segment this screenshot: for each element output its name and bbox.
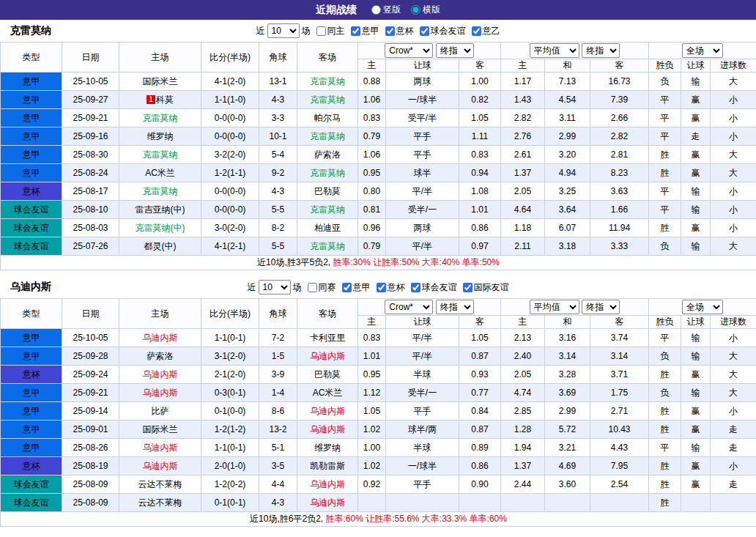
goals-result-cell: 小 (711, 182, 756, 201)
team-name: 乌迪内斯 (310, 351, 345, 361)
scope-header: 全场 (649, 42, 756, 59)
match-row: 球会友谊25-07-26都灵(中)4-1(2-1)5-5克雷莫纳0.79平/半0… (1, 237, 756, 256)
home-team-cell: 克雷莫纳 (119, 109, 201, 127)
result-cell: 胜 (649, 366, 681, 384)
match-type-badge: 球会友谊 (1, 475, 62, 494)
team-name: 克雷莫纳 (310, 204, 345, 215)
avg-odds-draw: 3.16 (545, 329, 590, 347)
home-team-cell: 1科莫 (119, 91, 201, 109)
handicap-line: 平/半 (386, 237, 459, 256)
handicap-result-cell: 赢 (681, 146, 711, 164)
filter-checkbox[interactable] (420, 26, 429, 36)
score-cell: 4-1(2-1) (201, 237, 259, 256)
filter-option[interactable]: 意甲 (342, 281, 371, 294)
filter-option[interactable]: 意乙 (472, 25, 500, 37)
handicap-odds-home: 1.02 (358, 421, 386, 439)
avg-odds-home: 1.17 (501, 73, 545, 91)
score-cell: 0-3(0-1) (201, 384, 259, 402)
goals-result-cell: 小 (711, 329, 756, 347)
filter-checkbox[interactable] (385, 26, 395, 36)
filter-label: 球会友谊 (431, 25, 466, 37)
final-odds-select[interactable]: 终指 (436, 300, 474, 314)
goals-result-cell: 小 (711, 91, 756, 109)
avg-odds-home: 1.28 (501, 421, 545, 439)
col-avg-home: 主 (501, 59, 545, 73)
layout-horizontal-option[interactable]: 横版 (411, 4, 440, 16)
match-date: 25-10-05 (62, 73, 119, 91)
match-date: 25-09-28 (62, 347, 119, 366)
team-name: 乌迪内斯 (143, 461, 178, 471)
handicap-odds-home: 0.81 (358, 201, 386, 219)
filter-option[interactable]: 球会友谊 (420, 25, 466, 37)
filter-checkbox[interactable] (377, 283, 386, 292)
col-avg-away: 客 (590, 59, 649, 73)
filter-checkbox[interactable] (316, 26, 326, 36)
corners-cell: 3-9 (259, 366, 297, 384)
match-type-badge: 意甲 (1, 127, 62, 146)
vertical-layout-radio[interactable] (371, 5, 381, 15)
filter-checkbox[interactable] (308, 283, 317, 292)
horizontal-layout-radio[interactable] (411, 5, 420, 15)
filter-bar: 近 10 场 同赛 意甲 意杯 球会友谊 国际友谊 (248, 280, 509, 295)
corners-cell: 1-5 (259, 347, 297, 366)
average-odds-select[interactable]: 平均值 (530, 43, 579, 58)
handicap-result-cell (681, 494, 711, 512)
filter-option[interactable]: 意杯 (377, 281, 405, 294)
away-team-cell: 巴勒莫 (297, 366, 358, 384)
match-count-select[interactable]: 10 (259, 280, 291, 295)
filter-option[interactable]: 意甲 (351, 25, 379, 37)
corners-cell: 9-2 (259, 164, 297, 182)
filter-option[interactable]: 意杯 (385, 25, 414, 37)
handicap-result-cell: 输 (681, 201, 711, 219)
team-name: 克雷莫纳 (310, 168, 345, 178)
goals-result-cell: 大 (711, 347, 756, 366)
team-name: 乌迪内斯 (143, 333, 178, 343)
layout-vertical-option[interactable]: 竖版 (371, 4, 401, 16)
match-count-select[interactable]: 10 (267, 23, 300, 38)
match-date: 25-09-16 (62, 127, 119, 146)
filter-checkbox[interactable] (463, 283, 472, 292)
score-cell: 3-0(2-0) (201, 219, 259, 237)
handicap-odds-away: 1.01 (459, 201, 501, 219)
col-score: 比分(半场) (201, 42, 259, 73)
home-team-cell: 雷吉亚纳(中) (119, 201, 201, 219)
match-row: 意甲25-09-28萨索洛3-1(2-0)1-5乌迪内斯1.01平/半0.872… (1, 347, 756, 366)
filter-option[interactable]: 同主 (316, 25, 345, 37)
match-row: 意甲25-10-05乌迪内斯1-1(0-1)7-2卡利亚里0.83平/半1.05… (1, 329, 756, 347)
handicap-odds-away: 0.84 (459, 402, 501, 421)
final-odds-select-2[interactable]: 终指 (582, 300, 620, 314)
team-name: 克雷莫纳(中) (136, 223, 185, 233)
filter-checkbox[interactable] (351, 26, 360, 36)
avg-odds-home: 2.13 (501, 329, 545, 347)
avg-odds-away: 2.66 (590, 109, 649, 127)
match-row: 球会友谊25-08-03克雷莫纳(中)3-0(2-0)8-2柏迪亚0.96两球0… (1, 219, 756, 237)
away-team-cell: 克雷莫纳 (297, 201, 358, 219)
filter-checkbox[interactable] (472, 26, 481, 36)
bookmaker-select[interactable]: Crow* (385, 43, 433, 58)
handicap-odds-home: 1.06 (358, 146, 386, 164)
final-odds-select-2[interactable]: 终指 (582, 43, 620, 58)
filter-bar: 近 10 场 同主 意甲 意杯 球会友谊 意乙 (256, 23, 500, 38)
average-odds-select[interactable]: 平均值 (530, 300, 579, 314)
filter-checkbox[interactable] (342, 283, 352, 292)
col-away: 客场 (297, 299, 358, 329)
section-header: 克雷莫纳 近 10 场 同主 意甲 意杯 球会友谊 意乙 (0, 20, 756, 42)
bookmaker-select[interactable]: Crow* (385, 300, 433, 314)
goals-result-cell: 小 (711, 201, 756, 219)
final-odds-select[interactable]: 终指 (436, 43, 474, 58)
matches-table: 类型 日期 主场 比分(半场) 角球 客场 Crow* 终指 平均值 终指 (0, 42, 756, 270)
match-type-badge: 意甲 (1, 73, 62, 91)
match-type-badge: 意甲 (1, 329, 62, 347)
filter-option[interactable]: 国际友谊 (463, 281, 509, 294)
scope-select[interactable]: 全场 (682, 43, 723, 58)
filter-option[interactable]: 球会友谊 (411, 281, 457, 294)
handicap-odds-away: 0.77 (459, 384, 501, 402)
scope-select[interactable]: 全场 (682, 300, 723, 314)
filter-option[interactable]: 同赛 (308, 281, 336, 294)
home-team-cell: 克雷莫纳 (119, 182, 201, 201)
match-row: 球会友谊25-08-09云达不莱梅0-1(0-1)4-3乌迪内斯胜 (1, 494, 756, 512)
corners-cell: 13-2 (259, 421, 297, 439)
team-name: 维罗纳 (147, 131, 174, 141)
filter-checkbox[interactable] (411, 283, 420, 292)
team-name: 乌迪内斯 (143, 369, 178, 379)
